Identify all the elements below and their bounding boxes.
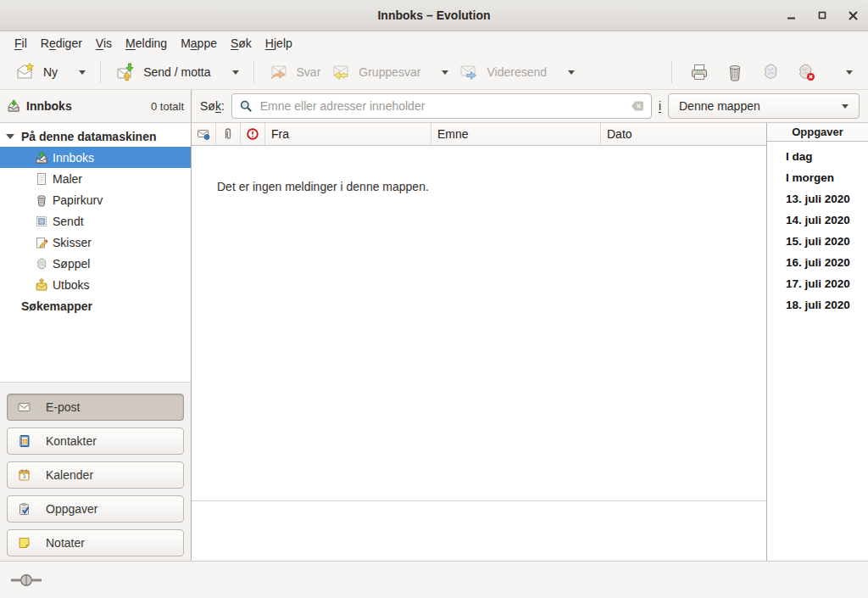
folder-label: Sendt bbox=[53, 215, 84, 228]
maximize-button[interactable] bbox=[815, 8, 829, 22]
search-entry[interactable] bbox=[231, 93, 652, 119]
empty-folder-message: Det er ingen meldinger i denne mappen. bbox=[217, 180, 766, 193]
forward-dropdown-icon[interactable] bbox=[568, 70, 575, 75]
folder-maler[interactable]: Maler bbox=[0, 168, 191, 189]
priority-icon bbox=[246, 127, 259, 141]
column-priority[interactable] bbox=[241, 123, 265, 145]
folder-papirkurv[interactable]: Papirkurv bbox=[0, 189, 191, 210]
group-reply-dropdown-icon[interactable] bbox=[442, 70, 448, 75]
new-message-dropdown-icon[interactable] bbox=[79, 70, 86, 75]
switcher-contacts-button[interactable]: @ Kontakter bbox=[7, 428, 184, 455]
tasks-panel-title: Oppgaver bbox=[792, 126, 843, 138]
task-group-date[interactable]: 18. juli 2020 bbox=[786, 294, 868, 316]
task-group-date[interactable]: 15. juli 2020 bbox=[786, 231, 868, 252]
switcher-memos-label: Notater bbox=[46, 536, 85, 550]
window-controls bbox=[785, 0, 860, 31]
print-icon bbox=[689, 62, 709, 82]
print-button[interactable] bbox=[686, 59, 713, 86]
column-from[interactable]: Fra bbox=[265, 123, 431, 145]
junk-folder-icon bbox=[35, 257, 48, 271]
task-group-today[interactable]: I dag bbox=[786, 146, 868, 167]
switcher-tasks-button[interactable]: Oppgaver bbox=[7, 495, 184, 523]
close-button[interactable] bbox=[846, 8, 860, 22]
tasks-panel-header[interactable]: Oppgaver bbox=[767, 123, 868, 142]
menu-sok[interactable]: Søk bbox=[224, 34, 259, 53]
send-receive-label: Send / motta bbox=[143, 65, 210, 79]
folder-total-count: 0 totalt bbox=[151, 100, 184, 113]
menu-vis[interactable]: Vis bbox=[89, 34, 119, 53]
column-subject-label: Emne bbox=[437, 127, 469, 141]
not-junk-button[interactable] bbox=[793, 59, 820, 86]
memos-icon bbox=[17, 536, 31, 550]
search-label: Søk: bbox=[200, 99, 225, 113]
toolbar-separator bbox=[253, 61, 254, 83]
search-input[interactable] bbox=[259, 98, 625, 114]
folder-soppel[interactable]: Søppel bbox=[0, 253, 191, 274]
column-attachment[interactable] bbox=[216, 123, 241, 145]
folder-utboks[interactable]: Utboks bbox=[0, 274, 191, 295]
menu-fil[interactable]: Fil bbox=[8, 34, 34, 53]
mail-icon bbox=[17, 400, 31, 414]
delete-button[interactable] bbox=[721, 59, 748, 86]
folder-skisser[interactable]: Skisser bbox=[0, 232, 191, 253]
folder-tree: På denne datamaskinen Innboks Maler bbox=[0, 123, 191, 382]
folder-label: Maler bbox=[53, 172, 82, 186]
switcher-mail-button[interactable]: E-post bbox=[7, 394, 184, 421]
switcher-calendar-button[interactable]: 3 Kalender bbox=[7, 461, 184, 489]
view-switcher: E-post @ Kontakter bbox=[0, 382, 191, 561]
clear-search-icon[interactable] bbox=[631, 100, 644, 112]
task-group-date[interactable]: 14. juli 2020 bbox=[786, 210, 868, 231]
message-list-pane: Fra Emne Dato Det er ingen meldinger i d… bbox=[192, 123, 767, 561]
column-status[interactable] bbox=[192, 123, 216, 145]
folder-label: Søppel bbox=[53, 257, 90, 271]
toolbar: Ny Send / motta Svar bbox=[0, 55, 868, 90]
status-bar bbox=[0, 561, 868, 598]
switcher-contacts-label: Kontakter bbox=[46, 434, 97, 448]
reply-icon bbox=[269, 62, 289, 82]
switcher-memos-button[interactable]: Notater bbox=[7, 529, 184, 556]
search-scope-value: Denne mappen bbox=[679, 99, 760, 113]
folder-sidebar: På denne datamaskinen Innboks Maler bbox=[0, 123, 192, 561]
tree-root-on-this-computer[interactable]: På denne datamaskinen bbox=[0, 126, 191, 147]
online-status-plug-icon[interactable] bbox=[10, 573, 44, 587]
search-folders-label: Søkemapper bbox=[21, 299, 92, 313]
menu-hjelp[interactable]: Hjelp bbox=[259, 34, 299, 53]
minimize-button[interactable] bbox=[785, 8, 798, 22]
task-group-date[interactable]: 16. juli 2020 bbox=[786, 252, 868, 273]
send-receive-button[interactable]: Send / motta bbox=[110, 59, 243, 86]
toolbar-overflow-icon[interactable] bbox=[846, 70, 853, 75]
menu-melding[interactable]: Melding bbox=[119, 34, 174, 53]
column-subject[interactable]: Emne bbox=[431, 123, 601, 145]
column-from-label: Fra bbox=[271, 127, 289, 141]
main-area: På denne datamaskinen Innboks Maler bbox=[0, 123, 868, 561]
tree-root-sokemapper[interactable]: Søkemapper bbox=[0, 295, 191, 316]
folder-sendt[interactable]: Sendt bbox=[0, 210, 191, 232]
task-group-date[interactable]: 13. juli 2020 bbox=[786, 188, 868, 210]
tree-root-label: På denne datamaskinen bbox=[21, 130, 157, 143]
reply-label: Svar bbox=[297, 65, 321, 79]
menu-rediger[interactable]: Rediger bbox=[34, 34, 89, 53]
junk-button[interactable] bbox=[757, 59, 784, 86]
forward-button[interactable]: Videresend bbox=[453, 59, 580, 86]
not-junk-icon bbox=[796, 62, 816, 82]
message-status-icon bbox=[197, 127, 210, 141]
menu-mappe[interactable]: Mappe bbox=[174, 34, 224, 53]
forward-label: Videresend bbox=[487, 65, 547, 79]
search-scope-dropdown[interactable]: Denne mappen bbox=[668, 93, 860, 119]
svg-text:3: 3 bbox=[23, 473, 26, 479]
group-reply-button[interactable]: Gruppesvar bbox=[326, 59, 453, 86]
minimize-icon bbox=[787, 10, 797, 20]
column-date-label: Dato bbox=[607, 127, 632, 141]
column-date[interactable]: Dato bbox=[601, 123, 766, 145]
reply-button[interactable]: Svar bbox=[264, 59, 326, 86]
new-message-button[interactable]: Ny bbox=[10, 59, 91, 86]
folder-innboks[interactable]: Innboks bbox=[0, 147, 191, 168]
task-group-tomorrow[interactable]: I morgen bbox=[786, 167, 868, 188]
search-icon[interactable] bbox=[239, 99, 253, 113]
delete-icon bbox=[725, 62, 745, 82]
inbox-icon bbox=[35, 151, 48, 165]
svg-text:@: @ bbox=[23, 439, 27, 444]
send-receive-dropdown-icon[interactable] bbox=[232, 70, 239, 75]
expander-triangle-icon[interactable] bbox=[6, 134, 14, 139]
task-group-date[interactable]: 17. juli 2020 bbox=[786, 273, 868, 294]
